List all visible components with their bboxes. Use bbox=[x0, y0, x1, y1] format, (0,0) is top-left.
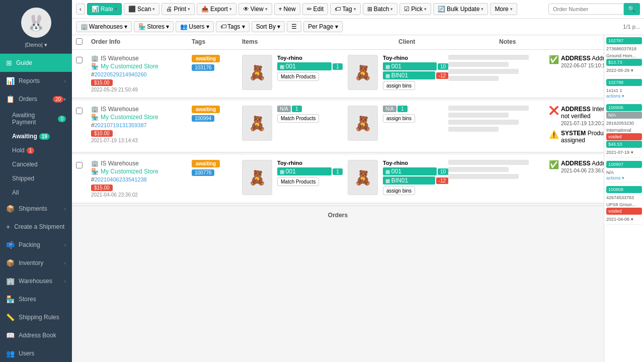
match-products-button[interactable]: Match Products bbox=[277, 114, 319, 123]
back-button[interactable]: ‹ bbox=[76, 4, 85, 15]
orders-icon: 📋 bbox=[6, 95, 15, 103]
item-bar-num: 1 bbox=[292, 106, 302, 112]
sidebar-item-shipments[interactable]: 📦 Shipments ‹ bbox=[0, 200, 72, 218]
order-link[interactable]: 20210719131359387 bbox=[95, 122, 147, 128]
order-info-col: 🏢 IS Warehouse 🏪 My Customized Store # 2… bbox=[91, 55, 192, 93]
item-bar-num-2: 1 bbox=[397, 106, 408, 112]
shipment-date-5: 2021-04-06 ▾ bbox=[606, 217, 633, 222]
assign-bins-button[interactable]: assign bins bbox=[383, 114, 415, 123]
sidebar-sub-item-canceled[interactable]: Canceled bbox=[0, 157, 72, 171]
view-button[interactable]: 👁 View ▾ bbox=[238, 3, 272, 15]
assign-bins-button[interactable]: assign bins bbox=[383, 187, 415, 195]
items-col: 🧸 Toy-rhino ▦ 001 1 Match Products 🧸 bbox=[242, 160, 448, 195]
scan-button[interactable]: ⬛ Scan ▾ bbox=[124, 3, 159, 15]
batch-button[interactable]: ⊞ Batch ▾ bbox=[363, 3, 398, 15]
warehouses-icon: 🏢 bbox=[6, 277, 15, 285]
row-checkbox[interactable] bbox=[76, 57, 83, 63]
tag-icon: 🏷 bbox=[335, 6, 341, 13]
item-bar-num-red: -12 bbox=[436, 72, 448, 79]
item-image: 🧸 bbox=[242, 106, 272, 141]
row-checkbox[interactable] bbox=[76, 108, 83, 114]
search-input[interactable] bbox=[548, 4, 624, 15]
shipments-icon: 📦 bbox=[6, 205, 15, 213]
sidebar-sub-item-awaiting-payment[interactable]: Awaiting Payment 0 bbox=[0, 108, 72, 129]
pick-label: Pick bbox=[411, 6, 423, 13]
shipment-na-3: N/A bbox=[606, 112, 642, 119]
actions-button-1[interactable]: actions ▾ bbox=[606, 94, 642, 99]
table-row: 🏢 IS Warehouse 🏪 My Customized Store # 2… bbox=[72, 50, 604, 99]
store-icon: 🏪 bbox=[91, 63, 99, 70]
client-blurred-3 bbox=[448, 69, 519, 74]
client-blurred-1 bbox=[448, 55, 529, 60]
sidebar-sub-item-awaiting[interactable]: Awaiting 19 bbox=[0, 129, 72, 143]
bulk-update-icon: 🔄 bbox=[438, 6, 445, 13]
row-checkbox[interactable] bbox=[76, 162, 83, 168]
content-area: Order Info Tags Items Client Notes 🏢 IS … bbox=[72, 35, 644, 362]
demo-label[interactable]: |Demo| ▾ bbox=[25, 42, 47, 48]
item-image-2: 🧸 bbox=[348, 55, 378, 90]
sidebar-item-warehouses[interactable]: 🏢 Warehouses ‹ bbox=[0, 272, 72, 290]
check-circle-icon: ✅ bbox=[549, 55, 559, 64]
assign-bins-button[interactable]: assign bins bbox=[383, 81, 415, 90]
order-link[interactable]: 20220529214940260 bbox=[95, 71, 147, 77]
tags-filter-icon: 🏷 bbox=[220, 23, 226, 30]
select-all-checkbox[interactable] bbox=[76, 38, 83, 45]
sidebar-sub-item-hold[interactable]: Hold 1 bbox=[0, 143, 72, 157]
search-button[interactable]: 🔍 bbox=[624, 3, 640, 15]
sidebar-sub-item-all[interactable]: All bbox=[0, 186, 72, 200]
na-label: N/A bbox=[277, 106, 291, 112]
tag-button[interactable]: 🏷 Tag ▾ bbox=[330, 3, 360, 15]
export-button[interactable]: 📤 Export ▾ bbox=[197, 3, 236, 15]
sidebar-sub-item-shipped[interactable]: Shipped bbox=[0, 171, 72, 186]
per-page-filter[interactable]: Per Page ▾ bbox=[303, 21, 342, 32]
print-button[interactable]: 🖨 Print ▾ bbox=[162, 3, 195, 15]
more-button[interactable]: More ▾ bbox=[490, 3, 517, 15]
sidebar-item-reports[interactable]: 📊 Reports ‹ bbox=[0, 72, 72, 90]
tags-filter[interactable]: 🏷 Tags ▾ bbox=[216, 21, 250, 32]
match-products-button[interactable]: Match Products bbox=[277, 72, 319, 81]
order-date: 2021-07-19 13:14:43 bbox=[91, 138, 192, 143]
item-detail-left: N/A 1 Match Products bbox=[277, 106, 343, 123]
stores-filter[interactable]: 🏪 Stores ▾ bbox=[134, 21, 174, 32]
client-blurred-1 bbox=[448, 160, 529, 165]
match-products-button[interactable]: Match Products bbox=[277, 177, 319, 186]
sidebar-item-orders[interactable]: 📋 Orders 20 ▾ bbox=[0, 90, 72, 108]
sidebar-item-stores[interactable]: 🏪 Stores bbox=[0, 290, 72, 308]
sort-by-filter[interactable]: Sort By ▾ bbox=[252, 21, 285, 32]
sidebar-item-packing[interactable]: 📫 Packing ‹ bbox=[0, 236, 72, 254]
order-info-col: 🏢 IS Warehouse 🏪 My Customized Store # 2… bbox=[91, 106, 192, 143]
actions-button-2[interactable]: actions ▾ bbox=[606, 175, 642, 180]
client-blurred-2 bbox=[448, 113, 509, 118]
table-row: 🏢 IS Warehouse 🏪 My Customized Store # 2… bbox=[72, 101, 604, 153]
sidebar-item-address-book[interactable]: 📖 Address Book bbox=[0, 326, 72, 344]
sidebar-item-create-shipment[interactable]: + Create a Shipment bbox=[0, 218, 72, 236]
users-filter[interactable]: 👥 Users ▾ bbox=[176, 21, 214, 32]
sidebar-item-inventory[interactable]: 📦 Inventory ‹ bbox=[0, 254, 72, 272]
pick-button[interactable]: ☑ Pick ▾ bbox=[399, 3, 431, 15]
status-badge: awaiting bbox=[192, 55, 220, 62]
item-bar-label: ▦ 001 bbox=[277, 62, 332, 70]
rate-button[interactable]: 📊 Rate ▾ bbox=[87, 3, 122, 15]
toolbar-search: 🔍 bbox=[548, 3, 640, 15]
new-button[interactable]: + New bbox=[274, 3, 300, 15]
warehouses-filter[interactable]: 🏢 Warehouses ▾ bbox=[76, 21, 132, 32]
dropdown-arrow-icon: ▾ bbox=[510, 7, 513, 12]
view-label: View bbox=[251, 6, 264, 13]
client-col bbox=[448, 55, 549, 83]
note-content: ADDRESS Address confirmed 2021-04-06 23:… bbox=[561, 160, 604, 174]
columns-toggle[interactable]: ☰ bbox=[287, 21, 301, 32]
sidebar-item-label: Inventory bbox=[19, 259, 64, 266]
client-col bbox=[448, 106, 549, 134]
sidebar-item-guide[interactable]: ⊞ Guide bbox=[0, 54, 72, 72]
stores-filter-icon: 🏪 bbox=[138, 23, 146, 30]
sidebar-item-users[interactable]: 👥 Users bbox=[0, 344, 72, 362]
shipment-date-3: 2021-07-19 ▾ bbox=[606, 150, 633, 155]
bulk-update-button[interactable]: 🔄 Bulk Update ▾ bbox=[433, 3, 488, 15]
order-link[interactable]: 20210406233541238 bbox=[95, 176, 147, 183]
edit-button[interactable]: ✏ Edit bbox=[302, 3, 329, 15]
building-icon: 🏢 bbox=[91, 55, 99, 62]
shipment-badge-id-4: 100907 bbox=[606, 161, 642, 168]
note-label-system: SYSTEM bbox=[561, 130, 586, 137]
sidebar-item-shipping-rules[interactable]: 📏 Shipping Rules bbox=[0, 308, 72, 326]
main-content: ‹ 📊 Rate ▾ ⬛ Scan ▾ 🖨 Print ▾ 📤 Export ▾… bbox=[72, 0, 644, 362]
